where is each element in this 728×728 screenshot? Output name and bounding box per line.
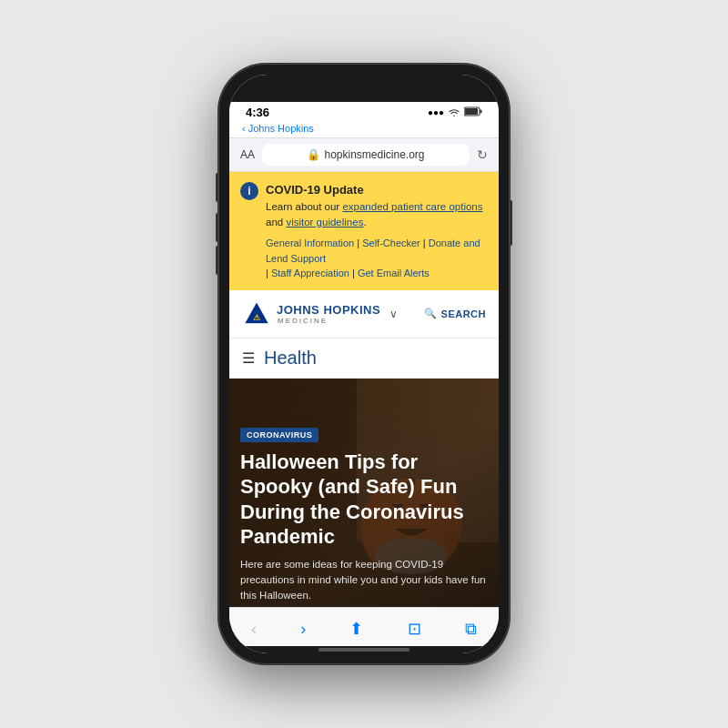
jh-logo-text: JOHNS HOPKINS MEDICINE [277,303,380,325]
article-tag-badge: CORONAVIRUS [240,428,318,442]
staff-appreciation-link[interactable]: Staff Appreciation [271,268,349,278]
self-checker-link[interactable]: Self-Checker [362,238,420,248]
signal-icon: ●●● [428,107,444,117]
browser-bar: AA 🔒 hopkinsmedicine.org ↻ [229,137,499,172]
back-button[interactable]: ‹ [240,616,268,642]
search-label: SEARCH [441,308,486,319]
covid-and: and [266,217,286,228]
svg-rect-1 [480,110,482,114]
jh-logo-icon: ⚠ [242,299,271,329]
home-bar [318,648,410,652]
expanded-options-link[interactable]: expanded patient care options [342,201,482,212]
lock-icon: 🔒 [307,148,320,161]
email-alerts-link[interactable]: Get Email Alerts [358,268,430,278]
url-text: hopkinsmedicine.org [324,148,424,161]
status-time: 4:36 [246,106,269,119]
visitor-guidelines-link[interactable]: visitor guidelines [286,217,363,228]
bottom-toolbar: ‹ › ⬆ ⊡ ⧉ [229,607,499,646]
notch-cutout [309,75,419,98]
article-hero-title[interactable]: Halloween Tips for Spooky (and Safe) Fun… [240,450,488,550]
back-arrow-icon: ‹ [242,123,246,134]
share-button[interactable]: ⬆ [339,615,374,642]
svg-rect-2 [465,108,478,115]
hamburger-icon[interactable]: ☰ [242,349,255,367]
covid-text-block: COVID-19 Update Learn about our expanded… [266,181,488,281]
battery-icon [464,106,482,118]
covid-info-icon: i [240,182,258,200]
forward-button[interactable]: › [289,616,317,642]
browser-aa[interactable]: AA [240,148,255,161]
refresh-icon[interactable]: ↻ [477,147,488,162]
browser-address[interactable]: 🔒 hopkinsmedicine.org [262,144,470,166]
search-icon: 🔍 [424,308,438,319]
health-section-title: Health [264,348,317,369]
phone-frame: 4:36 ●●● [218,64,510,664]
article-hero-description: Here are some ideas for keeping COVID-19… [240,557,488,604]
jh-name: JOHNS HOPKINS [277,303,380,317]
page-content: i COVID-19 Update Learn about our expand… [229,172,499,607]
search-button[interactable]: 🔍 SEARCH [424,308,486,319]
home-indicator [229,646,499,653]
phone-screen: 4:36 ●●● [229,75,499,653]
tabs-button[interactable]: ⧉ [454,616,488,642]
covid-title: COVID-19 Update [266,183,364,197]
wifi-icon [448,107,460,118]
status-bar: 4:36 ●●● [229,102,499,121]
notch [229,75,499,102]
logo-left[interactable]: ⚠ JOHNS HOPKINS MEDICINE ∨ [242,299,398,329]
back-label: Johns Hopkins [248,123,314,134]
jh-medicine: MEDICINE [278,317,380,325]
status-icons: ●●● [428,106,482,118]
covid-body-before: Learn about our [266,201,342,212]
svg-text:⚠: ⚠ [253,313,260,322]
general-info-link[interactable]: General Information [266,238,354,248]
hero-text-content: CORONAVIRUS Halloween Tips for Spooky (a… [229,414,499,607]
logo-bar: ⚠ JOHNS HOPKINS MEDICINE ∨ 🔍 SEARCH [229,290,499,339]
hero-section: CORONAVIRUS Halloween Tips for Spooky (a… [229,379,499,608]
logo-chevron-icon[interactable]: ∨ [389,308,398,320]
bookmarks-button[interactable]: ⊡ [397,615,432,642]
covid-links-row: General Information | Self-Checker | Don… [266,236,488,281]
back-nav: ‹ Johns Hopkins [229,121,499,137]
covid-banner: i COVID-19 Update Learn about our expand… [229,172,499,290]
health-nav-bar: ☰ Health [229,339,499,379]
